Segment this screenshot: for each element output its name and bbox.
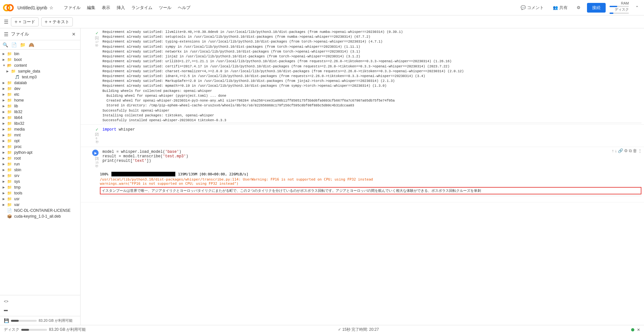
file-name: usr <box>14 197 20 201</box>
file-item-dev[interactable]: ▶📁dev <box>0 86 80 92</box>
sidebar-bottom-code[interactable]: <> <box>0 297 80 306</box>
progress-label: 100% <box>100 172 109 176</box>
cell-1: ✓ [1] 17秒 Requirement already satisfied:… <box>81 28 644 125</box>
sidebar-close-icon[interactable]: ✕ <box>71 31 76 37</box>
cell-2: ✓ [2] 6秒 import whisper <box>81 125 644 147</box>
chevron-icon: ▶ <box>3 174 6 177</box>
comment-button[interactable]: 💬 コメント <box>518 4 546 12</box>
file-icon: 📁 <box>7 115 12 120</box>
file-item-usr[interactable]: ▶📁usr <box>0 196 80 202</box>
connect-button[interactable]: 接続 <box>587 3 606 13</box>
settings-cell-icon[interactable]: ⚙ <box>624 148 628 153</box>
menu-insert[interactable]: 挿入 <box>114 4 128 12</box>
file-item-test-mp3[interactable]: 🎵test.mp3 <box>0 74 80 80</box>
file-item-NGC-DL-CONTAINER-LICENSE[interactable]: 📄NGC-DL-CONTAINER-LICENSE <box>0 208 80 213</box>
play-icon: ▶ <box>94 151 97 155</box>
file-item-sys[interactable]: ▶📁sys <box>0 179 80 184</box>
file-item-srv[interactable]: ▶📁srv <box>0 173 80 179</box>
file-item-root[interactable]: ▶📁root <box>0 155 80 161</box>
chevron-icon: ▶ <box>3 162 6 166</box>
file-item-bin[interactable]: ▶📁bin <box>0 51 80 57</box>
ram-disk-indicator: RAM ディスク <box>610 1 629 14</box>
cell-2-content[interactable]: import whisper <box>100 125 644 147</box>
more-cell-icon[interactable]: ⋮ <box>638 148 642 153</box>
file-icon: 📁 <box>7 133 12 137</box>
expand-button[interactable]: ⌃ <box>633 4 641 11</box>
cell-3: ▶ [3] 15秒 model = whisper.load_model('ba… <box>81 147 644 202</box>
cell-3-code-content[interactable]: model = whisper.load_model('base') resul… <box>100 147 610 171</box>
file-name: dev <box>14 86 20 91</box>
file-item-boot[interactable]: ▶📁boot <box>0 57 80 63</box>
menu-tools[interactable]: ツール <box>156 4 174 12</box>
file-item-tools[interactable]: ▶📁tools <box>0 190 80 196</box>
file-icon: 📁 <box>7 81 12 85</box>
chevron-icon: ▶ <box>3 104 6 108</box>
chevron-icon: ▶ <box>3 93 6 96</box>
menu-help[interactable]: ヘルプ <box>175 4 193 12</box>
hamburger-icon[interactable]: ☰ <box>4 19 8 25</box>
move-up-icon[interactable]: ↑ <box>612 148 614 153</box>
file-name: test.mp3 <box>22 75 37 79</box>
hide-icon[interactable]: 🙈 <box>29 42 34 47</box>
menu-edit[interactable]: 編集 <box>84 4 98 12</box>
add-code-button[interactable]: + + コード <box>11 17 39 26</box>
file-item-opt[interactable]: ▶📁opt <box>0 138 80 144</box>
file-item-lib64[interactable]: ▶📁lib64 <box>0 115 80 121</box>
add-text-button[interactable]: + + テキスト <box>41 17 73 26</box>
chevron-icon: ▶ <box>3 180 6 183</box>
status-center-text: ✓ 15秒 完了時間: 20:27 <box>338 327 379 332</box>
horizontal-scrollbar[interactable] <box>100 196 641 200</box>
new-folder-icon[interactable]: 📁 <box>20 42 25 47</box>
notebook-area: ✓ [1] 17秒 Requirement already satisfied:… <box>81 28 644 325</box>
status-disk: ディスク 83.20 GB が利用可能 <box>4 327 86 332</box>
chevron-icon: ▶ <box>3 110 6 113</box>
file-item-libx32[interactable]: ▶📁libx32 <box>0 121 80 126</box>
file-icon: 📁 <box>7 197 12 201</box>
file-item-sbin[interactable]: ▶📁sbin <box>0 167 80 173</box>
star-icon[interactable]: ☆ <box>49 5 53 10</box>
file-item-mnt[interactable]: ▶📁mnt <box>0 132 80 138</box>
file-icon: 📁 <box>7 162 12 166</box>
cell-3-warning2: warnings.warn("FP16 is not supported on … <box>100 182 641 186</box>
menu-runtime[interactable]: ランタイム <box>129 4 155 12</box>
file-item-datalab[interactable]: ▶📁datalab <box>0 80 80 86</box>
cells-container[interactable]: ✓ [1] 17秒 Requirement already satisfied:… <box>81 28 644 325</box>
file-item-sample-data[interactable]: ▶📁sample_data <box>0 68 80 74</box>
file-icon: 📁 <box>7 139 12 143</box>
cell-3-number: [3] <box>95 157 99 160</box>
link-icon[interactable]: 🔗 <box>618 148 623 153</box>
cell-3-run-btn[interactable]: ▶ <box>92 150 99 156</box>
file-item-media[interactable]: ▶📁media <box>0 126 80 132</box>
delete-cell-icon[interactable]: 🗑 <box>633 148 637 153</box>
menu-view[interactable]: 表示 <box>99 4 113 12</box>
file-item-tmp[interactable]: ▶📁tmp <box>0 184 80 190</box>
search-icon[interactable]: 🔍 <box>3 42 8 47</box>
settings-button[interactable]: ⚙ <box>574 4 583 11</box>
file-item-var[interactable]: ▶📁var <box>0 202 80 208</box>
file-item-proc[interactable]: ▶📁proc <box>0 144 80 150</box>
file-icon: 📁 <box>11 69 16 74</box>
cell-3-inner: ▶ [3] 15秒 model = whisper.load_model('ba… <box>81 147 644 171</box>
file-item-lib32[interactable]: ▶📁lib32 <box>0 109 80 115</box>
sidebar-bottom-terminal[interactable]: ▬ <box>0 306 80 314</box>
menu-file[interactable]: ファイル <box>61 4 83 12</box>
status-x[interactable]: ✕ <box>637 328 640 332</box>
new-file-icon[interactable]: 📄 <box>11 42 17 47</box>
comment-icon: 💬 <box>521 5 526 10</box>
sidebar-collapse-icon[interactable]: ☰ <box>4 31 8 37</box>
move-down-icon[interactable]: ↓ <box>615 148 617 153</box>
notebook-name[interactable]: Untitled1.ipynb <box>17 5 47 10</box>
file-item-home[interactable]: ▶📁home <box>0 97 80 103</box>
file-item-etc[interactable]: ▶📁etc <box>0 92 80 97</box>
sidebar-header: ☰ ファイル ✕ <box>0 28 80 40</box>
chevron-icon: ▶ <box>3 58 6 61</box>
file-item-content[interactable]: ▼📂content <box>0 63 80 68</box>
share-area[interactable]: 👥 共有 <box>550 4 570 12</box>
copy-cell-icon[interactable]: ⧉ <box>629 148 632 153</box>
file-item-python-apt[interactable]: ▶📁python-apt <box>0 150 80 155</box>
file-item-lib[interactable]: ▶📁lib <box>0 103 80 109</box>
file-item-cuda-keyring-1-0-1-all-deb[interactable]: 📦cuda-keyring_1.0-1_all.deb <box>0 213 80 219</box>
file-item-run[interactable]: ▶📁run <box>0 161 80 167</box>
cell-3-warning: /usr/local/lib/python3.10/dist-packages/… <box>100 177 641 182</box>
file-icon: 📁 <box>7 185 12 190</box>
